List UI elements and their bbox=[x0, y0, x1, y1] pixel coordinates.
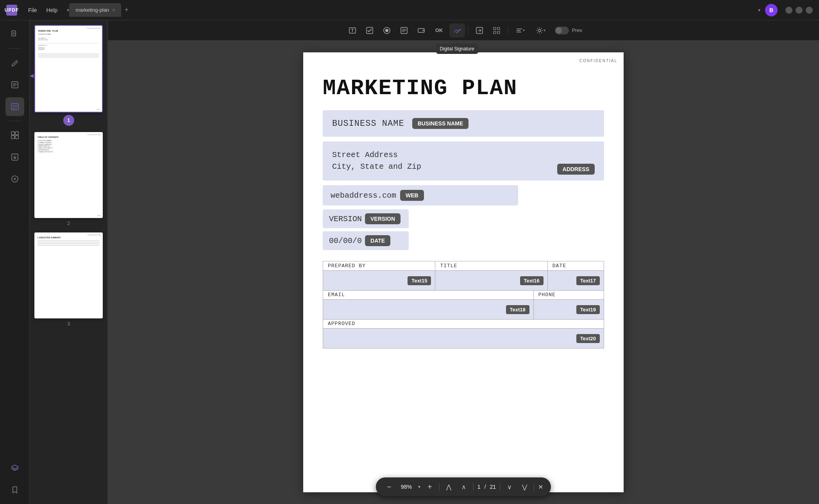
text20-tag[interactable]: Text20 bbox=[576, 334, 600, 343]
prepared-by-header: PREPARED BY bbox=[323, 261, 435, 271]
maximize-button[interactable]: □ bbox=[796, 7, 803, 14]
close-window-button[interactable]: ✕ bbox=[806, 7, 813, 14]
thumbnail-frame-1[interactable]: CONFIDENTIAL MARKETING PLAN BUSINESS NAM… bbox=[34, 25, 103, 113]
sidebar-annotate-icon[interactable] bbox=[5, 75, 24, 94]
approved-header: APPROVED bbox=[323, 319, 604, 329]
version-section: VERSION VERSION bbox=[323, 209, 604, 228]
thumbnail-page-2[interactable]: CONFIDENTIAL TABLE OF CONTENTS 1. EXECUT… bbox=[33, 132, 104, 226]
confidential-stamp: CONFIDENTIAL bbox=[579, 59, 617, 63]
zoom-out-button[interactable]: − bbox=[384, 481, 395, 492]
zoom-value: 98% bbox=[399, 484, 414, 490]
title-right-controls: ▾ B — □ ✕ bbox=[758, 4, 813, 16]
tab-close-button[interactable]: × bbox=[112, 7, 115, 13]
checkbox-tool-button[interactable] bbox=[362, 23, 377, 38]
email-header: EMAIL bbox=[323, 290, 533, 300]
sidebar-divider-2 bbox=[9, 121, 21, 121]
nav-next-button[interactable]: ∨ bbox=[504, 481, 515, 492]
ok-button-tool[interactable]: OK bbox=[431, 23, 448, 38]
phone-header: PHONE bbox=[534, 290, 604, 300]
nav-first-button[interactable]: ⋀ bbox=[443, 481, 454, 492]
sidebar-form-icon[interactable] bbox=[5, 97, 24, 116]
zoom-dropdown[interactable]: ▾ bbox=[418, 484, 420, 490]
user-avatar[interactable]: B bbox=[765, 4, 778, 16]
grid-tool-button[interactable] bbox=[489, 23, 504, 38]
close-bottom-toolbar[interactable]: ✕ bbox=[538, 483, 543, 491]
svg-rect-38 bbox=[497, 31, 500, 34]
title-body: Text16 bbox=[435, 271, 547, 290]
settings-button[interactable]: ▾ bbox=[531, 23, 550, 38]
business-name-tag[interactable]: BUSINESS NAME bbox=[412, 118, 469, 129]
link-tool-button[interactable] bbox=[472, 23, 487, 38]
text19-tag[interactable]: Text19 bbox=[576, 305, 600, 314]
address-text: Street Address City, State and Zip bbox=[332, 149, 421, 173]
sidebar-organize-icon[interactable] bbox=[5, 126, 24, 145]
minimize-button[interactable]: — bbox=[785, 7, 792, 14]
list-tool-button[interactable] bbox=[396, 23, 412, 38]
approved-row: APPROVED Text20 bbox=[323, 319, 604, 349]
thumbnail-frame-2[interactable]: CONFIDENTIAL TABLE OF CONTENTS 1. EXECUT… bbox=[34, 132, 103, 218]
sidebar-more-icon[interactable] bbox=[5, 170, 24, 188]
page-separator: / bbox=[485, 484, 486, 490]
sidebar-extract-icon[interactable] bbox=[5, 148, 24, 166]
document-area: CONFIDENTIAL MARKETING PLAN BUSINESS NAM… bbox=[108, 41, 819, 504]
prepared-by-body: Text15 bbox=[323, 271, 435, 290]
address-line2: City, State and Zip bbox=[332, 161, 421, 173]
nav-last-button[interactable]: ⋁ bbox=[519, 481, 530, 492]
sidebar-edit-icon[interactable] bbox=[5, 54, 24, 72]
menu-bar: File Help bbox=[28, 7, 57, 13]
sidebar-icons bbox=[0, 20, 30, 504]
text16-tag[interactable]: Text16 bbox=[520, 276, 544, 285]
address-tag[interactable]: ADDRESS bbox=[557, 164, 595, 175]
email-body: Text18 bbox=[323, 300, 533, 319]
date-header: DATE bbox=[548, 261, 604, 271]
zoom-in-button[interactable]: + bbox=[424, 481, 435, 492]
text15-tag[interactable]: Text15 bbox=[408, 276, 431, 285]
prev-label: Prev bbox=[572, 27, 583, 33]
date-text: 00/00/0 bbox=[329, 236, 362, 245]
toolbar-divider-6 bbox=[534, 483, 534, 491]
nav-prev-button[interactable]: ∧ bbox=[458, 481, 469, 492]
svg-rect-13 bbox=[11, 136, 14, 139]
tab-list-arrow[interactable]: ▾ bbox=[758, 7, 760, 13]
thumbnail-frame-3[interactable]: CONFIDENTIAL I. EXECUTIVE SUMMARY bbox=[34, 232, 103, 318]
version-tag[interactable]: VERSION bbox=[365, 213, 401, 224]
align-dropdown[interactable]: ▾ bbox=[511, 23, 530, 38]
web-section: webaddress.com WEB bbox=[323, 185, 518, 206]
prev-toggle-switch[interactable] bbox=[555, 27, 569, 34]
new-tab-button[interactable]: + bbox=[124, 6, 129, 14]
sidebar-bookmark-icon[interactable] bbox=[5, 481, 24, 499]
business-name-section: BUSINESS NAME BUSINESS NAME bbox=[323, 110, 604, 137]
help-menu[interactable]: Help bbox=[46, 7, 58, 13]
signature-tool-button[interactable]: Digital Signature bbox=[449, 23, 465, 38]
date-tag[interactable]: DATE bbox=[365, 235, 390, 246]
toolbar-area: T bbox=[108, 20, 819, 504]
text17-tag[interactable]: Text17 bbox=[576, 276, 600, 285]
toolbar-divider-2 bbox=[508, 26, 508, 35]
thumbnail-page-3[interactable]: CONFIDENTIAL I. EXECUTIVE SUMMARY 3 bbox=[33, 232, 104, 327]
file-menu[interactable]: File bbox=[28, 7, 37, 13]
thumbnail-page-1[interactable]: ◀ CONFIDENTIAL MARKETING PLAN BUSINESS N… bbox=[33, 25, 104, 126]
sidebar-pages-icon[interactable] bbox=[5, 25, 24, 44]
toolbar: T bbox=[108, 20, 819, 41]
date-section: 00/00/0 DATE bbox=[323, 231, 604, 250]
page-number-2: 2 bbox=[67, 220, 70, 226]
document-page: CONFIDENTIAL MARKETING PLAN BUSINESS NAM… bbox=[303, 52, 624, 492]
title-col: TITLE Text16 bbox=[435, 261, 547, 291]
text18-tag[interactable]: Text18 bbox=[506, 305, 529, 314]
text-tool-button[interactable]: T bbox=[345, 23, 360, 38]
title-header: TITLE bbox=[435, 261, 547, 271]
email-col: EMAIL Text18 bbox=[323, 290, 533, 320]
dropdown-tool-button[interactable] bbox=[413, 23, 429, 38]
thumb-img-1: CONFIDENTIAL MARKETING PLAN BUSINESS NAM… bbox=[35, 26, 102, 112]
svg-point-42 bbox=[538, 29, 541, 32]
page-number-1: 1 bbox=[63, 115, 74, 126]
prev-toggle[interactable]: Prev bbox=[555, 27, 583, 34]
web-tag[interactable]: WEB bbox=[400, 190, 424, 201]
radio-tool-button[interactable] bbox=[379, 23, 395, 38]
active-tab[interactable]: marketing-plan × bbox=[69, 3, 121, 17]
toolbar-divider-3 bbox=[439, 483, 440, 491]
business-name-label: BUSINESS NAME bbox=[332, 119, 404, 129]
svg-point-32 bbox=[459, 29, 461, 30]
app-logo: UPDF bbox=[6, 5, 17, 16]
sidebar-layers-icon[interactable] bbox=[5, 459, 24, 477]
